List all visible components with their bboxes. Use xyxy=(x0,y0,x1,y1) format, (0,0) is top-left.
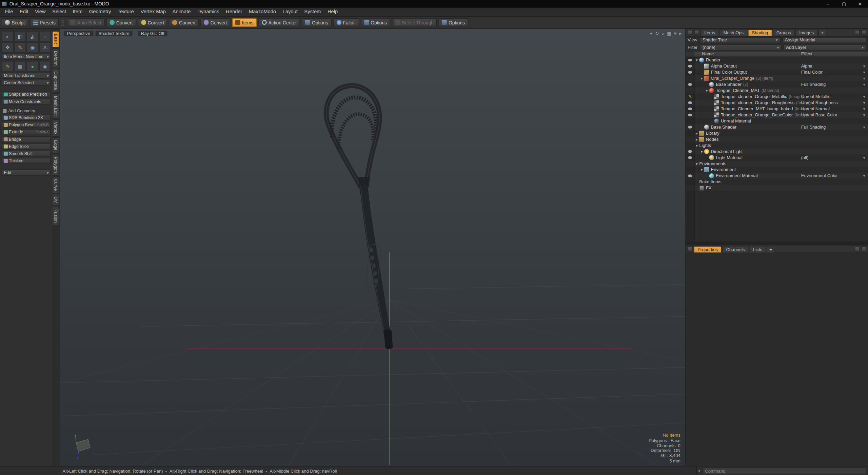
effect-dropdown-icon[interactable] xyxy=(862,100,866,105)
toolbar-button-falloff[interactable]: Falloff xyxy=(333,18,359,27)
more-transforms-dropdown[interactable]: More Transforms xyxy=(2,73,51,79)
tab-edge[interactable]: Edge xyxy=(53,138,59,154)
visibility-eye-icon[interactable] xyxy=(686,88,694,94)
toolbar-button-action-options[interactable]: Options xyxy=(302,18,331,27)
toolbar-button-action-center[interactable]: Action Center xyxy=(258,18,300,27)
visibility-eye-icon[interactable] xyxy=(686,124,694,130)
center-selected-dropdown[interactable]: Center Selected xyxy=(2,80,51,86)
menu-edit[interactable]: Edit xyxy=(16,8,32,16)
menu-select[interactable]: Select xyxy=(49,8,69,16)
visibility-eye-icon[interactable] xyxy=(686,81,694,88)
thicken-button[interactable]: Thicken xyxy=(2,158,51,164)
shader-tree-row[interactable]: Tongue_cleaner_Orange_BaseColor(Image)Un… xyxy=(686,112,868,118)
viewport-3d[interactable]: Perspective Shaded Texture Ray GL: Off N… xyxy=(60,29,685,466)
shader-tree-row[interactable]: Tongue_cleaner_Orange_Metallic(Image)Unr… xyxy=(686,94,868,100)
expand-arrow-icon[interactable] xyxy=(679,31,682,36)
effect-column-header[interactable]: Effect xyxy=(801,52,812,57)
menu-system[interactable]: System xyxy=(301,8,324,16)
visibility-eye-icon[interactable] xyxy=(686,57,694,63)
tab-curve[interactable]: Curve xyxy=(53,176,59,193)
shader-tree-row[interactable]: Render xyxy=(686,57,868,63)
extrude-button[interactable]: ExtrudeShift-X xyxy=(2,129,51,135)
shader-tree-row[interactable]: Environment MaterialEnvironment Color xyxy=(686,173,868,179)
minimize-button[interactable]: – xyxy=(820,0,836,8)
command-input[interactable] xyxy=(702,468,866,474)
toolbar-button-falloff-options[interactable]: Options xyxy=(361,18,390,27)
effect-dropdown-icon[interactable] xyxy=(862,174,866,178)
flatten-tool-icon[interactable] xyxy=(14,31,26,41)
visibility-eye-icon[interactable] xyxy=(686,112,694,118)
menu-geometry[interactable]: Geometry xyxy=(86,8,114,16)
toolbar-button-convert-vertex[interactable]: Convert xyxy=(106,18,136,27)
panel-options-icon[interactable] xyxy=(861,30,866,35)
sphere-preset-icon[interactable] xyxy=(26,61,38,72)
detach-panel-icon[interactable] xyxy=(855,30,860,35)
raygl-button[interactable]: Ray GL: Off xyxy=(138,31,167,37)
eraser-tool-icon[interactable] xyxy=(26,42,38,53)
toolbar-button-convert-polygon[interactable]: Convert xyxy=(169,18,199,27)
menu-texture[interactable]: Texture xyxy=(114,8,137,16)
visibility-eye-icon[interactable] xyxy=(686,149,694,155)
expand-arrow-icon[interactable] xyxy=(694,58,699,62)
visibility-eye-icon[interactable] xyxy=(686,185,694,191)
clone-tool-icon[interactable] xyxy=(2,42,14,53)
text-tool-icon[interactable] xyxy=(39,42,51,53)
shader-tree-row[interactable]: Oral_Scraper_Orange(3) (Item) xyxy=(686,75,868,81)
tab-uv[interactable]: UV xyxy=(53,194,59,206)
visibility-eye-icon[interactable] xyxy=(686,63,694,69)
toolbar-button-convert-edge[interactable]: Convert xyxy=(138,18,167,27)
zoom-icon[interactable] xyxy=(662,31,664,36)
menu-view[interactable]: View xyxy=(32,8,49,16)
shader-tree-row[interactable]: Lights xyxy=(686,142,868,149)
tab-duplicate[interactable]: Duplicate xyxy=(53,69,59,93)
overlay-menu-icon[interactable] xyxy=(674,31,677,36)
shader-tree-row[interactable]: Directional Light xyxy=(686,149,868,155)
maximize-button[interactable]: ▢ xyxy=(836,0,852,8)
panel-thumb-icon[interactable] xyxy=(688,30,693,35)
orbit-icon[interactable] xyxy=(655,31,659,36)
brush-tool-icon[interactable] xyxy=(2,31,14,41)
view-dropdown[interactable]: Shader Tree xyxy=(700,37,781,43)
tab-vertex[interactable]: Vertex xyxy=(53,119,59,137)
shader-tree-row[interactable]: Alpha OutputAlpha xyxy=(686,63,868,69)
tab-items[interactable]: Items xyxy=(701,30,719,36)
visibility-eye-icon[interactable] xyxy=(686,106,694,112)
menu-file[interactable]: File xyxy=(2,8,16,16)
shader-tree-row[interactable]: Base ShaderFull Shading xyxy=(686,124,868,130)
visibility-eye-icon[interactable] xyxy=(686,167,694,173)
visibility-eye-icon[interactable] xyxy=(686,100,694,106)
effect-dropdown-icon[interactable] xyxy=(862,113,866,117)
edit-dropdown[interactable]: Edit xyxy=(2,170,51,176)
menu-vertex-map[interactable]: Vertex Map xyxy=(137,8,169,16)
shader-tree-row[interactable]: Light Material(all) xyxy=(686,155,868,161)
visibility-eye-icon[interactable] xyxy=(686,173,694,179)
tab-shading[interactable]: Shading xyxy=(748,30,772,36)
expand-arrow-icon[interactable] xyxy=(694,137,699,141)
detach-panel-icon[interactable] xyxy=(855,247,860,252)
name-column-header[interactable]: Name xyxy=(694,52,714,57)
command-expand-icon[interactable] xyxy=(698,469,701,473)
viewport-canvas[interactable] xyxy=(60,29,685,466)
move-tool-icon[interactable] xyxy=(39,31,51,41)
visibility-eye-icon[interactable] xyxy=(686,179,694,185)
tab-deform[interactable]: Deform xyxy=(53,48,59,68)
pencil-preset-icon[interactable] xyxy=(2,61,14,72)
expand-arrow-icon[interactable] xyxy=(694,162,699,166)
menu-dynamics[interactable]: Dynamics xyxy=(194,8,222,16)
assign-material-button[interactable]: Assign Material xyxy=(782,37,866,43)
expand-arrow-icon[interactable] xyxy=(704,88,709,93)
effect-dropdown-icon[interactable] xyxy=(862,70,866,75)
shader-tree-row[interactable]: Nodes xyxy=(686,136,868,142)
visibility-eye-icon[interactable] xyxy=(686,155,694,161)
toolbar-button-presets[interactable]: Presets xyxy=(30,18,59,27)
visibility-eye-icon[interactable] xyxy=(686,142,694,149)
visibility-eye-icon[interactable] xyxy=(686,130,694,136)
visibility-eye-icon[interactable] xyxy=(686,118,694,124)
shader-tree-row[interactable]: Environment xyxy=(686,167,868,173)
visibility-eye-icon[interactable] xyxy=(686,75,694,81)
shading-mode-button[interactable]: Shaded Texture xyxy=(95,31,133,37)
shader-tree-row[interactable]: Library xyxy=(686,130,868,136)
form-icon[interactable] xyxy=(688,247,693,252)
shader-tree[interactable]: Render Alpha OutputAlpha Final Color Out… xyxy=(686,57,868,242)
effect-dropdown-icon[interactable] xyxy=(862,64,866,69)
